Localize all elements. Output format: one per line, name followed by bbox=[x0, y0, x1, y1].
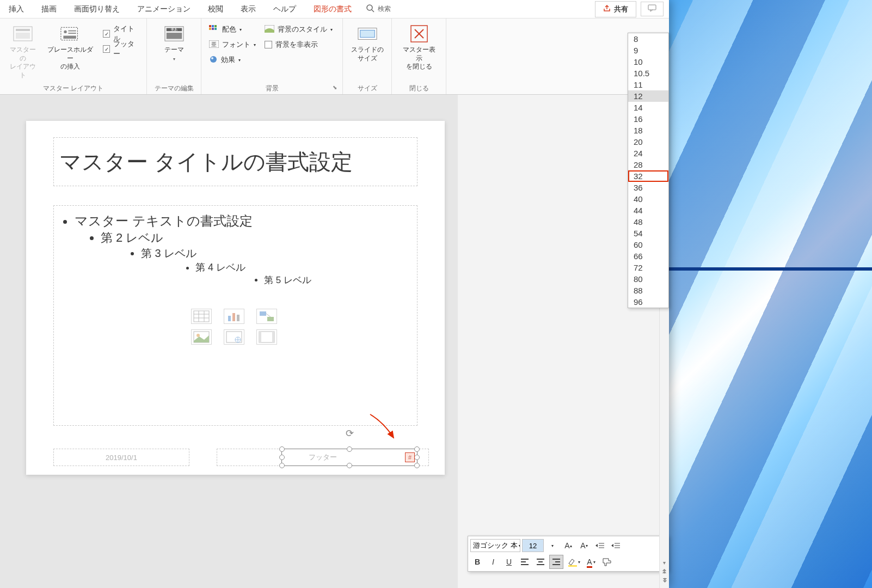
ribbon-tabs: 挿入描画画面切り替えアニメーション校閲表示ヘルプ図形の書式 検索 共有 bbox=[0, 0, 669, 19]
share-button[interactable]: 共有 bbox=[595, 1, 636, 17]
next-slide-icon[interactable]: ⯯ bbox=[662, 577, 667, 586]
scroll-down-icon[interactable]: ▾ bbox=[663, 560, 666, 568]
font-size-option[interactable]: 44 bbox=[628, 205, 668, 216]
decrease-font-size-button[interactable]: A▾ bbox=[577, 538, 591, 553]
search-icon bbox=[366, 4, 374, 14]
ribbon-tab[interactable]: 図形の書式 bbox=[305, 0, 360, 19]
close-master-view-button[interactable]: マスター表示 を閉じる bbox=[397, 22, 440, 74]
table-icon[interactable] bbox=[191, 309, 212, 324]
align-left-button[interactable] bbox=[518, 555, 532, 569]
svg-rect-39 bbox=[260, 311, 266, 316]
slide-size-button[interactable]: スライドの サイズ bbox=[349, 22, 386, 65]
ribbon-tab[interactable]: 校閲 bbox=[199, 0, 232, 19]
chevron-down-icon: ▾ bbox=[254, 42, 256, 47]
selection-handle[interactable] bbox=[414, 455, 420, 460]
font-size-input[interactable]: 12 bbox=[522, 539, 544, 552]
master-content-placeholder[interactable]: マスター テキストの書式設定 第 2 レベル 第 3 レベル 第 4 レベル 第… bbox=[53, 205, 417, 426]
font-size-option[interactable]: 28 bbox=[628, 159, 668, 170]
font-size-option[interactable]: 14 bbox=[628, 102, 668, 113]
svg-rect-18 bbox=[209, 28, 211, 30]
svg-rect-16 bbox=[212, 25, 214, 27]
increase-indent-button[interactable] bbox=[609, 538, 623, 553]
footer-checkbox[interactable]: ✓ フッター bbox=[101, 42, 141, 56]
slide-edit-area[interactable]: マスター タイトルの書式設定 マスター テキストの書式設定 第 2 レベル 第 … bbox=[0, 95, 458, 588]
ribbon-tab[interactable]: 描画 bbox=[33, 0, 65, 19]
selection-handle[interactable] bbox=[279, 463, 285, 468]
date-placeholder[interactable]: 2019/10/1 bbox=[53, 449, 189, 466]
font-size-option[interactable]: 48 bbox=[628, 216, 668, 228]
selection-handle[interactable] bbox=[279, 455, 285, 460]
dialog-launcher-icon[interactable]: ⬊ bbox=[333, 84, 340, 92]
ribbon-tab[interactable]: 表示 bbox=[232, 0, 265, 19]
ribbon-tab[interactable]: 挿入 bbox=[0, 0, 33, 19]
themes-button[interactable]: 亜あ テーマ ▾ bbox=[159, 22, 189, 64]
font-size-option[interactable]: 88 bbox=[628, 285, 668, 296]
colors-dropdown[interactable]: 配色 ▾ bbox=[207, 23, 258, 36]
svg-text:亜: 亜 bbox=[211, 41, 217, 47]
master-title-placeholder[interactable]: マスター タイトルの書式設定 bbox=[53, 137, 417, 186]
highlight-color-button[interactable]: ▾ bbox=[565, 555, 582, 569]
bold-button[interactable]: B bbox=[470, 555, 484, 569]
align-center-button[interactable] bbox=[533, 555, 548, 569]
font-size-option[interactable]: 96 bbox=[628, 296, 668, 308]
selection-handle[interactable] bbox=[414, 446, 420, 452]
font-size-option[interactable]: 16 bbox=[628, 113, 668, 125]
font-size-option[interactable]: 18 bbox=[628, 125, 668, 136]
ribbon-tab[interactable]: ヘルプ bbox=[265, 0, 305, 19]
font-size-option[interactable]: 9 bbox=[628, 45, 668, 56]
font-size-option[interactable]: 11 bbox=[628, 79, 668, 90]
svg-rect-47 bbox=[259, 332, 261, 342]
selection-handle[interactable] bbox=[347, 463, 352, 468]
comments-button[interactable] bbox=[641, 2, 664, 16]
smartart-icon[interactable] bbox=[256, 309, 277, 324]
chart-icon[interactable] bbox=[224, 309, 244, 324]
font-size-option[interactable]: 36 bbox=[628, 182, 668, 193]
font-name-input[interactable]: 游ゴシック 本▾ bbox=[470, 539, 520, 552]
font-size-option[interactable]: 60 bbox=[628, 239, 668, 250]
font-size-dropdown-icon[interactable]: ▾ bbox=[545, 538, 560, 553]
font-size-option[interactable]: 20 bbox=[628, 136, 668, 148]
close-icon bbox=[409, 24, 429, 44]
placeholder-icon bbox=[60, 24, 80, 44]
slide-number-text-selected[interactable]: # bbox=[405, 452, 415, 462]
fonts-dropdown[interactable]: 亜 フォント ▾ bbox=[207, 38, 258, 51]
ribbon-group-background: 配色 ▾ 亜 フォント ▾ 効果 bbox=[201, 19, 343, 94]
font-size-option[interactable]: 10 bbox=[628, 56, 668, 68]
decrease-indent-button[interactable] bbox=[593, 538, 607, 553]
font-color-button[interactable]: A▾ bbox=[584, 555, 598, 569]
prev-slide-icon[interactable]: ⯭ bbox=[662, 568, 667, 577]
rotate-handle-icon[interactable]: ⟳ bbox=[343, 427, 356, 440]
font-size-option[interactable]: 24 bbox=[628, 148, 668, 159]
effects-dropdown[interactable]: 効果 ▾ bbox=[207, 53, 258, 66]
picture-icon[interactable] bbox=[191, 329, 212, 345]
hide-background-checkbox[interactable]: 背景を非表示 bbox=[262, 38, 335, 51]
font-size-option[interactable]: 66 bbox=[628, 250, 668, 262]
selection-handle[interactable] bbox=[347, 446, 352, 452]
font-size-option[interactable]: 8 bbox=[628, 33, 668, 45]
font-size-option[interactable]: 32 bbox=[628, 170, 668, 182]
ribbon-tab[interactable]: 画面切り替え bbox=[65, 0, 128, 19]
slide-number-placeholder[interactable]: ⟳ # bbox=[281, 449, 417, 466]
video-icon[interactable] bbox=[256, 329, 277, 345]
selection-handle[interactable] bbox=[414, 463, 420, 468]
selection-handle[interactable] bbox=[279, 446, 285, 452]
search-box[interactable]: 検索 bbox=[366, 4, 391, 14]
format-painter-button[interactable] bbox=[600, 555, 614, 569]
font-size-option[interactable]: 10.5 bbox=[628, 68, 668, 79]
underline-button[interactable]: U bbox=[502, 555, 516, 569]
font-size-option[interactable]: 80 bbox=[628, 273, 668, 285]
insert-placeholder-button[interactable]: プレースホルダー の挿入 bbox=[44, 22, 96, 74]
increase-font-size-button[interactable]: A▴ bbox=[561, 538, 575, 553]
svg-rect-5 bbox=[16, 33, 30, 39]
font-size-option[interactable]: 54 bbox=[628, 228, 668, 239]
online-picture-icon[interactable] bbox=[224, 329, 244, 345]
font-size-option[interactable]: 12 bbox=[628, 90, 668, 102]
font-size-option[interactable]: 40 bbox=[628, 193, 668, 205]
ribbon-tab[interactable]: アニメーション bbox=[128, 0, 199, 19]
align-right-button[interactable] bbox=[549, 555, 563, 569]
ribbon-group-master-layout: マスターの レイアウト プレースホルダー の挿入 ✓ タイトル ✓ フッター bbox=[0, 19, 147, 94]
background-styles-dropdown[interactable]: 背景のスタイル ▾ bbox=[262, 23, 335, 36]
title-checkbox[interactable]: ✓ タイトル bbox=[101, 27, 141, 40]
font-size-option[interactable]: 72 bbox=[628, 262, 668, 273]
italic-button[interactable]: I bbox=[486, 555, 500, 569]
